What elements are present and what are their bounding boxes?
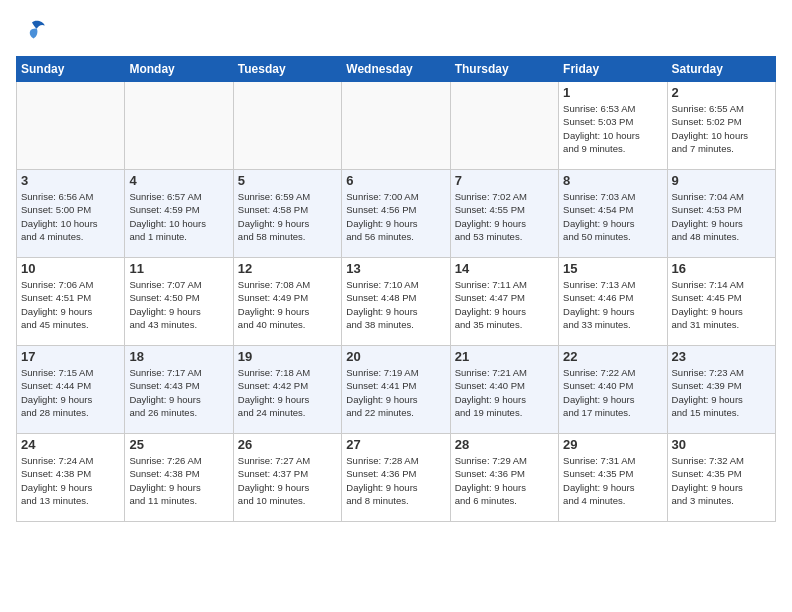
day-info: Sunrise: 7:10 AM Sunset: 4:48 PM Dayligh…	[346, 278, 445, 331]
calendar-cell: 8Sunrise: 7:03 AM Sunset: 4:54 PM Daylig…	[559, 170, 667, 258]
day-info: Sunrise: 7:23 AM Sunset: 4:39 PM Dayligh…	[672, 366, 771, 419]
day-info: Sunrise: 7:11 AM Sunset: 4:47 PM Dayligh…	[455, 278, 554, 331]
day-info: Sunrise: 7:22 AM Sunset: 4:40 PM Dayligh…	[563, 366, 662, 419]
calendar-cell: 4Sunrise: 6:57 AM Sunset: 4:59 PM Daylig…	[125, 170, 233, 258]
calendar-cell: 22Sunrise: 7:22 AM Sunset: 4:40 PM Dayli…	[559, 346, 667, 434]
day-info: Sunrise: 7:21 AM Sunset: 4:40 PM Dayligh…	[455, 366, 554, 419]
day-number: 29	[563, 437, 662, 452]
calendar-cell	[342, 82, 450, 170]
weekday-header-sunday: Sunday	[17, 57, 125, 82]
calendar-cell: 25Sunrise: 7:26 AM Sunset: 4:38 PM Dayli…	[125, 434, 233, 522]
day-info: Sunrise: 7:15 AM Sunset: 4:44 PM Dayligh…	[21, 366, 120, 419]
weekday-header-saturday: Saturday	[667, 57, 775, 82]
calendar-week-row: 10Sunrise: 7:06 AM Sunset: 4:51 PM Dayli…	[17, 258, 776, 346]
day-number: 12	[238, 261, 337, 276]
day-info: Sunrise: 7:27 AM Sunset: 4:37 PM Dayligh…	[238, 454, 337, 507]
day-info: Sunrise: 7:07 AM Sunset: 4:50 PM Dayligh…	[129, 278, 228, 331]
day-info: Sunrise: 6:59 AM Sunset: 4:58 PM Dayligh…	[238, 190, 337, 243]
day-info: Sunrise: 7:00 AM Sunset: 4:56 PM Dayligh…	[346, 190, 445, 243]
calendar-header-row: SundayMondayTuesdayWednesdayThursdayFrid…	[17, 57, 776, 82]
day-number: 8	[563, 173, 662, 188]
calendar-cell: 21Sunrise: 7:21 AM Sunset: 4:40 PM Dayli…	[450, 346, 558, 434]
day-number: 7	[455, 173, 554, 188]
calendar-cell: 29Sunrise: 7:31 AM Sunset: 4:35 PM Dayli…	[559, 434, 667, 522]
logo	[16, 16, 52, 48]
day-info: Sunrise: 7:32 AM Sunset: 4:35 PM Dayligh…	[672, 454, 771, 507]
calendar-cell: 6Sunrise: 7:00 AM Sunset: 4:56 PM Daylig…	[342, 170, 450, 258]
day-info: Sunrise: 6:55 AM Sunset: 5:02 PM Dayligh…	[672, 102, 771, 155]
day-info: Sunrise: 7:03 AM Sunset: 4:54 PM Dayligh…	[563, 190, 662, 243]
day-number: 25	[129, 437, 228, 452]
day-info: Sunrise: 7:02 AM Sunset: 4:55 PM Dayligh…	[455, 190, 554, 243]
day-info: Sunrise: 7:24 AM Sunset: 4:38 PM Dayligh…	[21, 454, 120, 507]
calendar-week-row: 24Sunrise: 7:24 AM Sunset: 4:38 PM Dayli…	[17, 434, 776, 522]
day-number: 22	[563, 349, 662, 364]
day-info: Sunrise: 7:04 AM Sunset: 4:53 PM Dayligh…	[672, 190, 771, 243]
day-number: 10	[21, 261, 120, 276]
weekday-header-friday: Friday	[559, 57, 667, 82]
day-number: 1	[563, 85, 662, 100]
day-number: 23	[672, 349, 771, 364]
day-info: Sunrise: 7:14 AM Sunset: 4:45 PM Dayligh…	[672, 278, 771, 331]
day-info: Sunrise: 7:19 AM Sunset: 4:41 PM Dayligh…	[346, 366, 445, 419]
calendar-cell: 10Sunrise: 7:06 AM Sunset: 4:51 PM Dayli…	[17, 258, 125, 346]
logo-bird-icon	[16, 16, 48, 48]
calendar-week-row: 3Sunrise: 6:56 AM Sunset: 5:00 PM Daylig…	[17, 170, 776, 258]
day-info: Sunrise: 6:57 AM Sunset: 4:59 PM Dayligh…	[129, 190, 228, 243]
day-number: 30	[672, 437, 771, 452]
calendar-cell: 18Sunrise: 7:17 AM Sunset: 4:43 PM Dayli…	[125, 346, 233, 434]
day-info: Sunrise: 7:08 AM Sunset: 4:49 PM Dayligh…	[238, 278, 337, 331]
calendar-cell: 28Sunrise: 7:29 AM Sunset: 4:36 PM Dayli…	[450, 434, 558, 522]
day-number: 3	[21, 173, 120, 188]
day-number: 19	[238, 349, 337, 364]
calendar-cell: 14Sunrise: 7:11 AM Sunset: 4:47 PM Dayli…	[450, 258, 558, 346]
calendar-cell: 5Sunrise: 6:59 AM Sunset: 4:58 PM Daylig…	[233, 170, 341, 258]
calendar-cell: 9Sunrise: 7:04 AM Sunset: 4:53 PM Daylig…	[667, 170, 775, 258]
day-number: 20	[346, 349, 445, 364]
calendar-cell: 7Sunrise: 7:02 AM Sunset: 4:55 PM Daylig…	[450, 170, 558, 258]
calendar-cell: 12Sunrise: 7:08 AM Sunset: 4:49 PM Dayli…	[233, 258, 341, 346]
day-number: 11	[129, 261, 228, 276]
calendar-cell: 27Sunrise: 7:28 AM Sunset: 4:36 PM Dayli…	[342, 434, 450, 522]
calendar-cell: 23Sunrise: 7:23 AM Sunset: 4:39 PM Dayli…	[667, 346, 775, 434]
calendar-cell	[233, 82, 341, 170]
day-number: 17	[21, 349, 120, 364]
day-number: 15	[563, 261, 662, 276]
weekday-header-thursday: Thursday	[450, 57, 558, 82]
calendar-week-row: 17Sunrise: 7:15 AM Sunset: 4:44 PM Dayli…	[17, 346, 776, 434]
day-info: Sunrise: 7:29 AM Sunset: 4:36 PM Dayligh…	[455, 454, 554, 507]
calendar-cell: 13Sunrise: 7:10 AM Sunset: 4:48 PM Dayli…	[342, 258, 450, 346]
calendar-cell: 17Sunrise: 7:15 AM Sunset: 4:44 PM Dayli…	[17, 346, 125, 434]
day-number: 6	[346, 173, 445, 188]
calendar-cell: 1Sunrise: 6:53 AM Sunset: 5:03 PM Daylig…	[559, 82, 667, 170]
day-info: Sunrise: 7:28 AM Sunset: 4:36 PM Dayligh…	[346, 454, 445, 507]
calendar-cell: 2Sunrise: 6:55 AM Sunset: 5:02 PM Daylig…	[667, 82, 775, 170]
day-number: 27	[346, 437, 445, 452]
day-number: 14	[455, 261, 554, 276]
day-number: 18	[129, 349, 228, 364]
calendar-cell: 19Sunrise: 7:18 AM Sunset: 4:42 PM Dayli…	[233, 346, 341, 434]
day-info: Sunrise: 7:17 AM Sunset: 4:43 PM Dayligh…	[129, 366, 228, 419]
calendar-cell: 3Sunrise: 6:56 AM Sunset: 5:00 PM Daylig…	[17, 170, 125, 258]
day-info: Sunrise: 7:31 AM Sunset: 4:35 PM Dayligh…	[563, 454, 662, 507]
day-info: Sunrise: 6:56 AM Sunset: 5:00 PM Dayligh…	[21, 190, 120, 243]
day-info: Sunrise: 7:06 AM Sunset: 4:51 PM Dayligh…	[21, 278, 120, 331]
calendar-table: SundayMondayTuesdayWednesdayThursdayFrid…	[16, 56, 776, 522]
day-info: Sunrise: 7:26 AM Sunset: 4:38 PM Dayligh…	[129, 454, 228, 507]
weekday-header-monday: Monday	[125, 57, 233, 82]
day-number: 5	[238, 173, 337, 188]
day-number: 16	[672, 261, 771, 276]
weekday-header-wednesday: Wednesday	[342, 57, 450, 82]
day-number: 24	[21, 437, 120, 452]
calendar-cell: 20Sunrise: 7:19 AM Sunset: 4:41 PM Dayli…	[342, 346, 450, 434]
calendar-cell: 26Sunrise: 7:27 AM Sunset: 4:37 PM Dayli…	[233, 434, 341, 522]
weekday-header-tuesday: Tuesday	[233, 57, 341, 82]
day-info: Sunrise: 6:53 AM Sunset: 5:03 PM Dayligh…	[563, 102, 662, 155]
calendar-cell: 30Sunrise: 7:32 AM Sunset: 4:35 PM Dayli…	[667, 434, 775, 522]
day-info: Sunrise: 7:13 AM Sunset: 4:46 PM Dayligh…	[563, 278, 662, 331]
calendar-cell: 16Sunrise: 7:14 AM Sunset: 4:45 PM Dayli…	[667, 258, 775, 346]
day-number: 28	[455, 437, 554, 452]
calendar-cell	[450, 82, 558, 170]
day-number: 9	[672, 173, 771, 188]
day-number: 13	[346, 261, 445, 276]
